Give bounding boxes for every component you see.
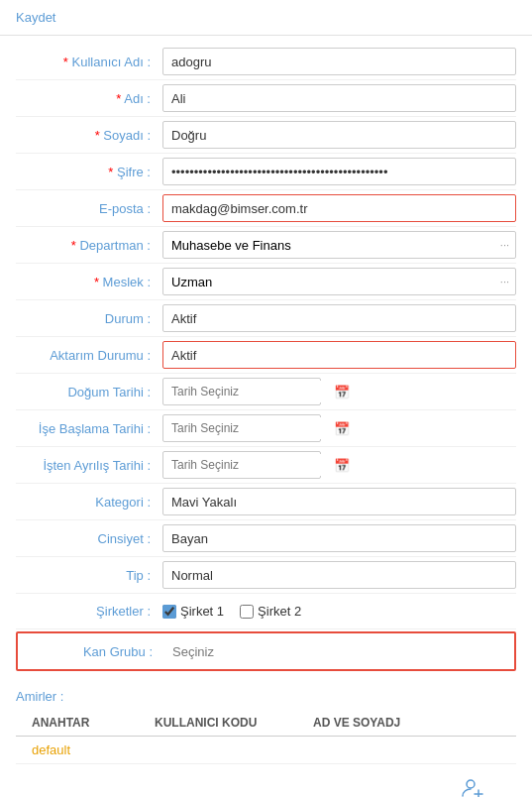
col-header-anahtar: ANAHTAR <box>16 716 155 730</box>
departman-field: ··· <box>162 231 516 259</box>
kan-grubu-input[interactable] <box>164 637 514 665</box>
dogum-tarihi-wrap: 📅 <box>162 378 321 405</box>
durum-label: Durum : <box>16 311 162 326</box>
departman-row: Departman : ··· <box>16 227 516 264</box>
sirket2-item: Şirket 2 <box>240 604 301 619</box>
sifre-row: Şifre : <box>16 154 516 190</box>
sirketler-row: Şirketler : Şirket 1 Şirket 2 <box>16 594 516 629</box>
ise-baslama-label: İşe Başlama Tarihi : <box>16 421 162 436</box>
sirketler-label: Şirketler : <box>16 604 162 619</box>
meslek-row: Meslek : ··· <box>16 264 516 300</box>
ise-baslama-calendar-icon[interactable]: 📅 <box>328 421 356 436</box>
sirket2-label: Şirket 2 <box>258 604 301 619</box>
soyadi-row: Soyadı : <box>16 117 516 154</box>
kan-grubu-row: Kan Grubu : <box>16 631 516 671</box>
sirketler-checkboxes: Şirket 1 Şirket 2 <box>162 604 516 619</box>
adi-field <box>162 84 516 112</box>
table-header: ANAHTAR KULLANICI KODU AD VE SOYADJ <box>16 710 516 737</box>
departman-input[interactable] <box>163 234 494 257</box>
meslek-label: Meslek : <box>16 275 162 289</box>
isten-ayrilis-wrap: 📅 <box>162 451 321 479</box>
sifre-input[interactable] <box>162 158 516 185</box>
eposta-field <box>162 194 516 222</box>
tip-row: Tip : <box>16 557 516 594</box>
kullanici-adi-field <box>162 48 516 75</box>
ise-baslama-input[interactable] <box>163 417 328 439</box>
sifre-field <box>162 158 516 185</box>
form-container: Kullanıcı Adı : Adı : Soyadı : Şifre : E… <box>0 36 532 681</box>
isten-ayrilis-label: İşten Ayrılış Tarihi : <box>16 458 162 473</box>
meslek-input[interactable] <box>163 271 494 293</box>
kategori-input[interactable] <box>162 488 516 515</box>
dogum-tarihi-row: Doğum Tarihi : 📅 <box>16 374 516 410</box>
kullanici-adi-row: Kullanıcı Adı : <box>16 44 516 80</box>
sirketler-field: Şirket 1 Şirket 2 <box>162 604 516 619</box>
dogum-tarihi-field: 📅 <box>162 378 516 405</box>
kullanici-adi-input[interactable] <box>162 48 516 75</box>
table-cell-anahtar: default <box>16 742 155 757</box>
tip-input[interactable] <box>162 561 516 589</box>
kategori-label: Kategori : <box>16 495 162 510</box>
adi-row: Adı : <box>16 80 516 117</box>
dogum-tarihi-input[interactable] <box>163 381 328 402</box>
sirket1-checkbox[interactable] <box>162 605 176 619</box>
kategori-row: Kategori : <box>16 484 516 520</box>
cinsiyet-input[interactable] <box>162 524 516 552</box>
save-button[interactable]: Kaydet <box>16 10 55 25</box>
durum-row: Durum : <box>16 300 516 337</box>
adi-input[interactable] <box>162 84 516 112</box>
eposta-row: E-posta : <box>16 190 516 227</box>
add-user-container <box>16 764 516 772</box>
cinsiyet-row: Cinsiyet : <box>16 520 516 557</box>
amirler-label: Amirler : <box>16 689 516 704</box>
cinsiyet-field <box>162 524 516 552</box>
sirket2-checkbox[interactable] <box>240 605 254 619</box>
isten-ayrilis-field: 📅 <box>162 451 516 479</box>
adi-label: Adı : <box>16 91 162 106</box>
isten-ayrilis-row: İşten Ayrılış Tarihi : 📅 <box>16 447 516 484</box>
tip-field <box>162 561 516 589</box>
durum-field <box>162 304 516 332</box>
meslek-dots-button[interactable]: ··· <box>494 276 515 287</box>
dogum-tarihi-label: Doğum Tarihi : <box>16 385 162 399</box>
add-user-button[interactable] <box>461 776 484 797</box>
ise-baslama-wrap: 📅 <box>162 414 321 442</box>
aktarim-durumu-field <box>162 341 516 369</box>
departman-dots-button[interactable]: ··· <box>494 239 515 251</box>
eposta-label: E-posta : <box>16 201 162 216</box>
tip-label: Tip : <box>16 568 162 583</box>
amirler-section: Amirler : ANAHTAR KULLANICI KODU AD VE S… <box>0 681 532 776</box>
meslek-input-wrap: ··· <box>162 268 516 295</box>
aktarim-durumu-row: Aktarım Durumu : <box>16 337 516 374</box>
aktarim-durumu-label: Aktarım Durumu : <box>16 348 162 363</box>
meslek-field: ··· <box>162 268 516 295</box>
col-header-ad: AD VE SOYADJ <box>313 716 516 730</box>
eposta-input[interactable] <box>162 194 516 222</box>
sirket1-item: Şirket 1 <box>162 604 224 619</box>
soyadi-label: Soyadı : <box>16 128 162 143</box>
departman-label: Departman : <box>16 238 162 253</box>
soyadi-input[interactable] <box>162 121 516 149</box>
kategori-field <box>162 488 516 515</box>
soyadi-field <box>162 121 516 149</box>
aktarim-durumu-input[interactable] <box>162 341 516 369</box>
kan-grubu-field <box>164 637 514 665</box>
ise-baslama-row: İşe Başlama Tarihi : 📅 <box>16 410 516 447</box>
ise-baslama-field: 📅 <box>162 414 516 442</box>
sirket1-label: Şirket 1 <box>180 604 224 619</box>
departman-input-wrap: ··· <box>162 231 516 259</box>
kan-grubu-label: Kan Grubu : <box>18 644 164 659</box>
cinsiyet-label: Cinsiyet : <box>16 531 162 546</box>
col-header-kullanici: KULLANICI KODU <box>155 716 313 730</box>
dogum-tarihi-calendar-icon[interactable]: 📅 <box>328 385 356 399</box>
svg-point-0 <box>467 780 475 788</box>
sifre-label: Şifre : <box>16 165 162 179</box>
isten-ayrilis-input[interactable] <box>163 454 328 476</box>
top-bar: Kaydet <box>0 0 532 36</box>
durum-input[interactable] <box>162 304 516 332</box>
table-row: default <box>16 737 516 764</box>
kullanici-adi-label: Kullanıcı Adı : <box>16 55 162 69</box>
isten-ayrilis-calendar-icon[interactable]: 📅 <box>328 458 356 473</box>
